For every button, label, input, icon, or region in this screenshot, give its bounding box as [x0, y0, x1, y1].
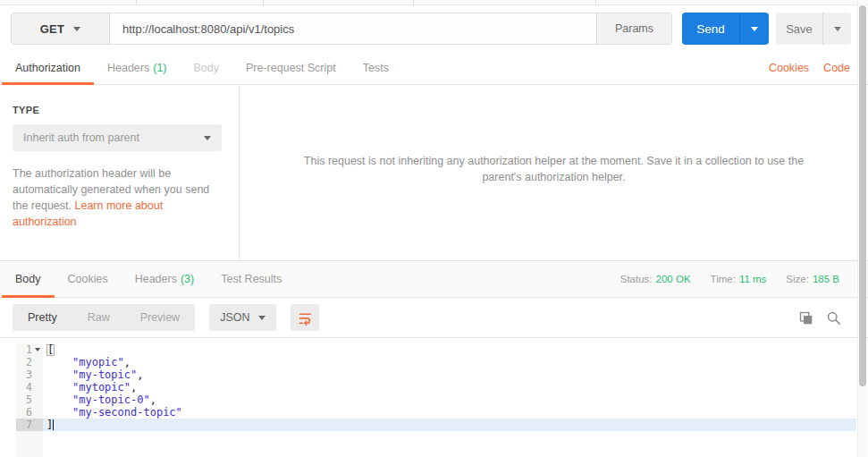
tab-label: Authorization	[15, 62, 80, 74]
fold-toggle-icon[interactable]	[35, 348, 40, 351]
string-token: "myopic"	[46, 356, 124, 368]
window-tabbar-edge	[0, 0, 868, 5]
bracket-token: ]	[46, 419, 53, 431]
tab-body[interactable]: Body	[181, 52, 233, 84]
wrap-text-icon	[298, 310, 313, 326]
tab-label: Body	[194, 62, 220, 74]
mode-label: Raw	[88, 311, 110, 324]
code-filler	[0, 431, 856, 457]
auth-description: The authorization header will be automat…	[13, 165, 216, 230]
response-tab-body[interactable]: Body	[2, 261, 55, 297]
code-content: "mytopic",	[43, 381, 856, 394]
response-tab-test-results[interactable]: Test Results	[207, 261, 295, 297]
wrap-text-button[interactable]	[291, 304, 319, 331]
code-link[interactable]: Code	[823, 62, 850, 74]
response-tab-cookies[interactable]: Cookies	[55, 261, 122, 297]
search-icon[interactable]	[826, 310, 841, 326]
url-input[interactable]	[122, 22, 584, 36]
chevron-down-icon	[204, 136, 211, 140]
gutter: 4	[0, 381, 43, 394]
tab-label: Headers	[135, 273, 177, 285]
response-tab-headers[interactable]: Headers (3)	[122, 261, 208, 297]
line-number: 2	[16, 356, 32, 368]
time-badge: Time:11 ms	[711, 274, 767, 284]
line-number: 1	[16, 343, 32, 356]
params-button[interactable]: Params	[596, 13, 671, 44]
punct-token: ,	[124, 356, 131, 368]
gutter: 5	[0, 394, 43, 406]
method-label: GET	[40, 22, 65, 36]
code-line: 1 [	[0, 343, 856, 356]
line-number: 4	[16, 381, 32, 394]
type-label: TYPE	[13, 105, 223, 115]
tab-separator	[595, 0, 596, 5]
save-options-dropdown[interactable]	[822, 13, 851, 45]
code-line: 3 "my-topic",	[0, 368, 856, 381]
line-number: 3	[16, 368, 32, 381]
response-header: Body Cookies Headers (3) Test Results St…	[0, 260, 868, 298]
tab-label: Body	[15, 273, 41, 285]
bracket-token: [	[46, 344, 55, 356]
request-url-bar: GET Params	[11, 13, 672, 45]
postman-request-view: GET Params Send Save Authorization Hea	[0, 0, 868, 457]
save-label: Save	[786, 22, 813, 36]
tab-authorization[interactable]: Authorization	[2, 52, 94, 84]
headers-count-badge: (1)	[153, 62, 166, 74]
tab-label: Pre-request Script	[246, 62, 336, 74]
url-field-wrap	[110, 13, 596, 44]
auth-helper-message: This request is not inheriting any autho…	[295, 153, 813, 185]
size-label: Size:	[786, 274, 809, 284]
code-line: 2 "myopic",	[0, 356, 856, 368]
tab-tests[interactable]: Tests	[350, 52, 402, 84]
cookies-link[interactable]: Cookies	[769, 62, 809, 74]
mode-pretty[interactable]: Pretty	[13, 304, 72, 331]
request-tabs: Authorization Headers (1) Body Pre-reque…	[0, 52, 868, 85]
text-cursor	[53, 419, 54, 430]
chevron-down-icon	[834, 27, 841, 31]
auth-type-column: TYPE Inherit auth from parent The author…	[0, 85, 240, 260]
tabs-right-links: Cookies Code	[769, 52, 868, 84]
response-body-editor[interactable]: 1 [ 2 "myopic", 3 "my-topic", 4 "mytopic…	[0, 338, 856, 457]
save-button[interactable]: Save	[776, 13, 822, 45]
scrollbar-thumb[interactable]	[859, 5, 866, 386]
status-label: Status:	[620, 274, 653, 284]
tab-label: Headers	[107, 62, 149, 74]
format-dropdown[interactable]: JSON	[209, 304, 276, 331]
mode-raw[interactable]: Raw	[72, 304, 125, 331]
status-badge: Status:200 OK	[620, 274, 691, 284]
mode-preview[interactable]: Preview	[125, 304, 195, 331]
save-button-group: Save	[776, 13, 851, 45]
gutter: 1	[0, 343, 43, 356]
punct-token: ,	[131, 381, 137, 394]
code-line-active: 7 ]	[0, 419, 856, 431]
code-line: 5 "my-topic-0",	[0, 394, 856, 406]
code-content: "my-topic",	[43, 368, 856, 381]
send-button-group: Send	[682, 13, 769, 45]
size-value: 185 B	[813, 274, 839, 284]
time-value: 11 ms	[739, 274, 766, 284]
chevron-down-icon	[258, 316, 265, 320]
tab-pre-request-script[interactable]: Pre-request Script	[232, 52, 350, 84]
tab-label: Test Results	[221, 273, 282, 285]
send-options-dropdown[interactable]	[739, 13, 769, 45]
format-value: JSON	[220, 311, 249, 324]
line-number: 5	[16, 394, 32, 406]
chevron-down-icon	[751, 27, 758, 31]
line-number: 6	[16, 406, 32, 419]
view-mode-group: Pretty Raw Preview	[13, 304, 195, 331]
gutter: 6	[0, 406, 43, 419]
gutter	[0, 431, 43, 457]
auth-type-dropdown[interactable]: Inherit auth from parent	[13, 124, 222, 151]
copy-icon[interactable]	[798, 310, 813, 326]
method-dropdown[interactable]: GET	[12, 13, 110, 44]
gutter: 2	[0, 356, 43, 368]
mode-label: Preview	[140, 311, 180, 324]
line-number: 7	[16, 419, 32, 431]
response-headers-count-badge: (3)	[181, 273, 194, 285]
code-content: "my-second-topic"	[43, 406, 856, 419]
send-button[interactable]: Send	[682, 13, 739, 45]
tab-headers[interactable]: Headers (1)	[94, 52, 181, 84]
vertical-scrollbar[interactable]	[857, 0, 866, 457]
authorization-panel: TYPE Inherit auth from parent The author…	[0, 85, 868, 260]
auth-type-value: Inherit auth from parent	[23, 131, 204, 144]
